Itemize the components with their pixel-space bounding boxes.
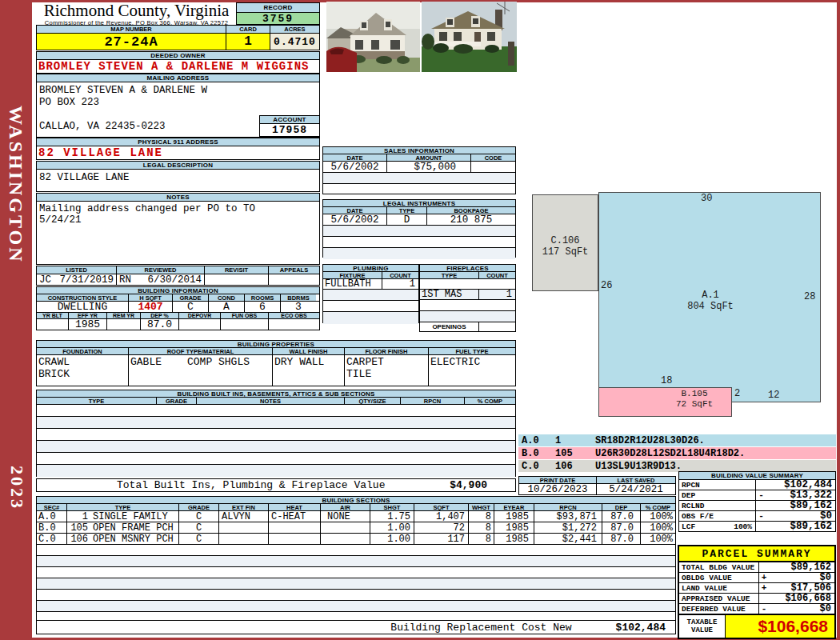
bs-air: NONE	[321, 511, 370, 522]
bs-sqft: 1,407	[414, 511, 469, 522]
vs-value: $102,484	[766, 480, 835, 490]
sketch-dim-top: 30	[701, 193, 712, 204]
funobs-label: FUN OBS	[221, 313, 269, 318]
ps-op: -	[759, 604, 769, 614]
mailing-line-3: CALLAO, VA 22435-0223	[39, 121, 166, 132]
sketch-section-a-label: A.1 804 SqFt	[650, 290, 770, 312]
account-box: ACCOUNT 17958	[259, 115, 320, 137]
value-summary-row: RPCN $102,484	[678, 479, 836, 490]
roof-label: ROOF TYPE/MATERIAL	[129, 348, 273, 354]
bs-sec: C.0	[37, 534, 67, 544]
cond-label: COND	[209, 294, 245, 301]
vs-op	[756, 480, 766, 490]
bs-heat	[269, 534, 321, 544]
remyr-value	[107, 319, 141, 330]
county-title: Richmond County, Virginia	[38, 2, 234, 19]
bs-comp: 100%	[641, 522, 675, 533]
bs-air	[321, 522, 370, 533]
bs-whgt: 8	[469, 511, 494, 522]
print-date-value: 10/26/2023	[519, 484, 597, 494]
plumbing-empty-rows	[322, 289, 419, 323]
building-sections-table: BUILDING SECTIONS SEC# TYPE GRADE EXT FI…	[36, 496, 676, 634]
building-sections-empty-rows	[36, 544, 676, 621]
taxable-value-label: TAXABLE VALUE	[679, 615, 726, 638]
fireplaces-empty-rows	[419, 299, 516, 322]
rooms-label: ROOMS	[245, 294, 281, 301]
legend-row-b: B.0 105 U26R30D28L12SD2L18U4R18D2.	[518, 447, 836, 459]
sales-code	[471, 162, 515, 172]
depovr-label: DEPOVR	[179, 313, 221, 318]
fireplace-count-value: 1	[479, 290, 515, 299]
appeals-value	[269, 274, 319, 285]
grade-label: GRADE	[173, 294, 209, 301]
replacement-cost-value: $102,484	[616, 622, 666, 634]
vs-value: $13,322	[766, 490, 835, 500]
remyr-label: REM YR	[107, 313, 141, 318]
sketch-c-sqft: 117 SqFt	[532, 246, 598, 258]
sales-amount: $75,000	[387, 162, 471, 172]
fireplace-row: 1ST MAS 1	[419, 289, 516, 300]
wall-finish-label: WALL FINISH	[273, 348, 345, 354]
fireplaces-section: FIREPLACES TYPE COUNT 1ST MAS 1 OPENINGS	[419, 264, 516, 332]
map-card-acres: MAP NUMBER CARD ACRES 27-24A 1 0.4710	[36, 25, 320, 50]
ecoobs-value	[269, 319, 319, 330]
bs-rpcn: $1,272	[534, 522, 602, 533]
vs-label: RCLND	[679, 501, 756, 510]
bs-rpcn: $2,441	[534, 534, 602, 544]
bdrms-value: 3	[281, 302, 316, 312]
bs-col-sqft: SQFT	[414, 504, 469, 510]
fireplace-type-label: TYPE	[420, 272, 479, 278]
fixture-label: FIXTURE	[323, 272, 382, 278]
acres-label: ACRES	[270, 26, 319, 33]
dep-pct-value: 87.0	[141, 319, 179, 330]
depovr-value	[179, 319, 221, 330]
legend-num: 106	[555, 461, 595, 472]
ecoobs-label: ECO OBS	[269, 313, 319, 318]
bs-grade: C	[179, 522, 219, 533]
card-label: CARD	[226, 26, 270, 33]
bs-extfin	[219, 534, 269, 544]
ps-label: OBLDG VALUE	[679, 573, 759, 582]
vs-op	[756, 501, 766, 510]
ps-op	[759, 562, 769, 572]
sales-row: 5/6/2002 $75,000	[322, 161, 516, 173]
fireplace-empty-row	[419, 278, 516, 290]
fuel-type-value: ELECTRIC	[429, 355, 515, 386]
vs-value: $0	[766, 511, 835, 521]
foundation-value-1: CRAWL	[38, 356, 70, 368]
bs-eyear: 1985	[494, 511, 534, 522]
bs-extfin: ALVYN	[219, 511, 269, 522]
bs-col-comp: % COMP	[641, 504, 675, 510]
reviewed-date: 6/30/2014	[147, 274, 202, 285]
effyr-label: EFF YR	[69, 313, 107, 318]
bs-col-grade: GRADE	[179, 504, 219, 510]
fixture-value: FULLBATH	[323, 279, 382, 289]
bs-whgt: 8	[469, 534, 494, 544]
bs-shgt: 1.75	[370, 511, 414, 522]
sketch-panel: C.106 117 SqFt A.1 804 SqFt B.105 72 SqF…	[518, 0, 836, 432]
ps-label: LAND VALUE	[679, 583, 759, 593]
openings-row: OPENINGS	[419, 322, 516, 332]
bs-sec: B.0	[37, 522, 67, 533]
notes-section: NOTES Mailing address changed per PO to …	[36, 193, 320, 265]
building-section-row: A.0 1SINGLE FAMILY C ALVYN C-HEAT NONE 1…	[36, 510, 676, 522]
plumbing-count-label: COUNT	[382, 272, 418, 278]
value-summary-row: RCLND $89,162	[678, 500, 836, 511]
parcel-summary-label: PARCEL SUMMARY	[679, 546, 834, 562]
card-value: 1	[226, 34, 270, 50]
bs-col-whgt: WHGT	[469, 504, 494, 510]
instrument-date: 5/6/2002	[323, 214, 387, 225]
ps-value: $0	[769, 604, 834, 614]
ps-label: APPRAISED VALUE	[679, 594, 759, 603]
cond-value: A	[209, 302, 245, 312]
openings-value	[479, 322, 515, 331]
bs-type: SINGLE FAMILY	[93, 511, 168, 522]
building-information-section: BUILDING INFORMATION CONSTRUCTION STYLE …	[36, 286, 320, 330]
property-photo-side-image	[422, 2, 517, 72]
instrument-type-label: TYPE	[387, 207, 427, 214]
ps-value: $17,506	[769, 583, 834, 593]
hsqft-value: 1407	[129, 302, 173, 312]
revisit-label: REVISIT	[205, 266, 269, 274]
instruments-empty-rows	[322, 225, 516, 258]
district-label: WASHINGTON	[5, 106, 26, 264]
